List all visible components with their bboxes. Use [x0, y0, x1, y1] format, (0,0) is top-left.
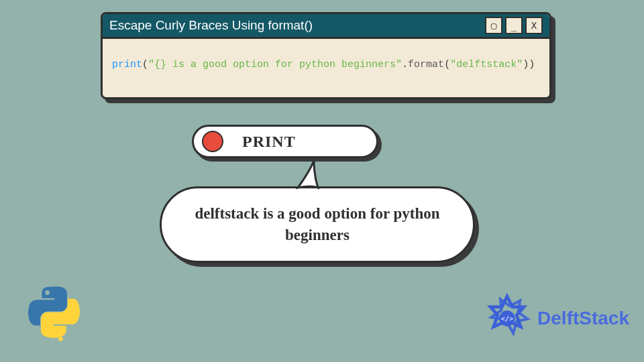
code-window: Escape Curly Braces Using format() ▢ _ X… [101, 12, 551, 99]
code-token-string1: "{} is a good option for python beginner… [148, 59, 402, 70]
record-icon [202, 131, 223, 152]
python-logo-icon [24, 286, 85, 349]
code-token-paren2: ( [444, 59, 450, 70]
bubble-tail-icon [294, 161, 326, 193]
code-token-print: print [112, 59, 142, 70]
delftstack-logo: </> DelftStack [481, 292, 629, 345]
print-label: PRINT [242, 133, 296, 151]
svg-text:</>: </> [501, 315, 513, 322]
code-area: print("{} is a good option for python be… [103, 39, 549, 97]
code-token-format: format [408, 59, 444, 70]
delftstack-text: DelftStack [537, 308, 629, 329]
code-token-paren: ( [142, 59, 148, 70]
code-token-string2: "delftstack" [450, 59, 523, 70]
output-text: delftstack is a good option for python b… [182, 203, 453, 246]
code-token-close: )) [523, 59, 535, 70]
minimize-button[interactable]: ▢ [485, 17, 502, 34]
print-button[interactable]: PRINT [192, 125, 378, 158]
maximize-button[interactable]: _ [505, 17, 523, 34]
code-token-dot: . [402, 59, 408, 70]
output-bubble: delftstack is a good option for python b… [160, 164, 475, 263]
delftstack-badge-icon: </> [481, 292, 533, 345]
window-titlebar: Escape Curly Braces Using format() ▢ _ X [103, 14, 549, 39]
window-title: Escape Curly Braces Using format() [109, 18, 482, 33]
close-button[interactable]: X [525, 17, 543, 34]
